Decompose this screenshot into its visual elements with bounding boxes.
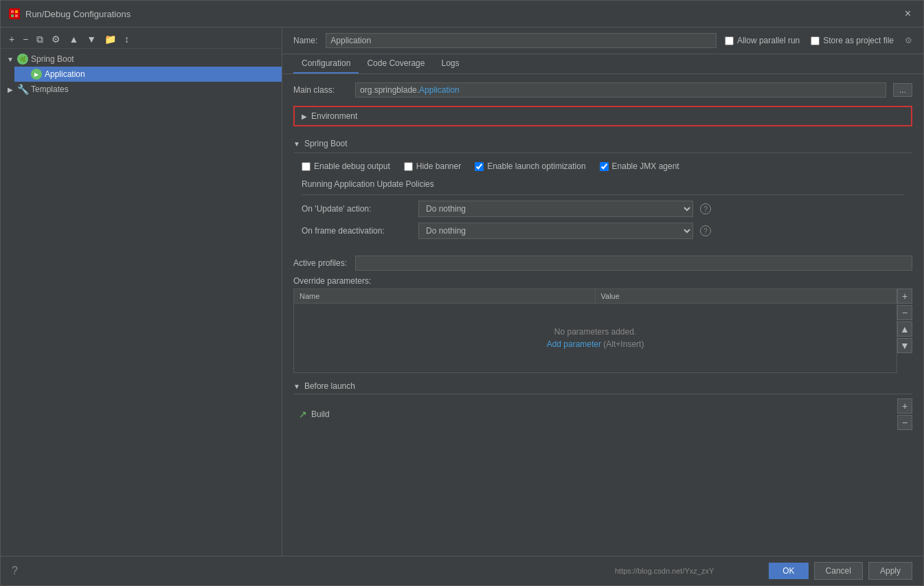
main-class-link[interactable]: Application — [419, 85, 460, 95]
spring-boot-icon: 🌿 — [17, 54, 28, 65]
update-policies-section: Running Application Update Policies On '… — [293, 177, 912, 247]
before-launch-header[interactable]: ▼ Before launch — [293, 381, 912, 394]
before-launch-label: Before launch — [304, 381, 355, 391]
active-profiles-row: Active profiles: — [293, 256, 912, 271]
svg-rect-1 — [15, 10, 18, 13]
build-arrow-icon: ↗ — [299, 409, 307, 420]
on-frame-select[interactable]: Do nothing Update classes and resources … — [418, 223, 693, 239]
enable-launch-opt-label[interactable]: Enable launch optimization — [475, 161, 585, 171]
override-params-label: Override parameters: — [293, 276, 912, 286]
add-config-button[interactable]: + — [6, 33, 17, 45]
dialog-buttons: OK Cancel Apply — [769, 562, 912, 580]
app-icon — [9, 8, 20, 19]
hide-banner-label[interactable]: Hide banner — [404, 161, 461, 171]
up-button[interactable]: ▲ — [66, 33, 81, 45]
right-panel: Name: Allow parallel run Store as projec… — [282, 27, 923, 556]
active-profiles-label: Active profiles: — [293, 258, 348, 268]
on-update-help-icon[interactable]: ? — [700, 203, 711, 214]
spring-boot-section: ▼ Spring Boot Enable debug output Hide b… — [293, 135, 912, 247]
add-param-button[interactable]: + — [897, 289, 912, 304]
table-side-buttons: + − ▲ ▼ — [897, 289, 912, 373]
application-run-icon: ▶ — [31, 69, 42, 80]
override-params-section: Override parameters: Name Value No param… — [293, 276, 912, 373]
browse-button[interactable]: ... — [893, 83, 912, 97]
copy-config-button[interactable]: ⧉ — [34, 33, 46, 45]
help-icon[interactable]: ? — [12, 565, 18, 577]
environment-section: ▶ Environment — [293, 106, 912, 126]
before-launch-section: ▼ Before launch ↗ Build + − — [293, 381, 912, 430]
on-frame-row: On frame deactivation: Do nothing Update… — [302, 223, 904, 239]
value-column-header: Value — [596, 289, 897, 303]
move-down-param-button[interactable]: ▼ — [897, 338, 912, 353]
before-launch-arrow-icon: ▼ — [293, 383, 300, 390]
enable-jmx-label[interactable]: Enable JMX agent — [600, 161, 679, 171]
checkboxes-row: Enable debug output Hide banner Enable l… — [293, 159, 912, 177]
tab-bar: Configuration Code Coverage Logs — [282, 54, 923, 74]
active-profiles-input[interactable] — [355, 256, 912, 271]
build-item: ↗ Build — [293, 398, 897, 430]
add-param-row: Add parameter (Alt+Insert) — [547, 339, 644, 349]
build-row-container: ↗ Build + − — [293, 398, 912, 430]
options-row: Allow parallel run Store as project file… — [725, 36, 912, 45]
window-controls: × — [901, 6, 915, 21]
application-label: Application — [45, 69, 85, 79]
on-update-row: On 'Update' action: Do nothing Update cl… — [302, 201, 904, 217]
cancel-button[interactable]: Cancel — [814, 562, 863, 580]
params-body: No parameters added. Add parameter (Alt+… — [294, 304, 897, 372]
tab-code-coverage[interactable]: Code Coverage — [359, 54, 433, 74]
apply-button[interactable]: Apply — [868, 562, 912, 580]
store-as-project-label[interactable]: Store as project file — [811, 36, 894, 45]
tab-logs[interactable]: Logs — [433, 54, 467, 74]
config-content: Main class: org.springblade.Application … — [282, 74, 923, 556]
spring-boot-section-label: Spring Boot — [304, 139, 348, 148]
enable-debug-checkbox[interactable] — [302, 162, 311, 171]
tree-arrow-templates: ▶ — [6, 85, 14, 93]
name-row: Name: Allow parallel run Store as projec… — [282, 27, 923, 54]
environment-label: Environment — [311, 111, 357, 121]
svg-rect-3 — [15, 14, 18, 17]
svg-rect-2 — [11, 14, 14, 17]
settings-button[interactable]: ⚙ — [49, 33, 63, 45]
remove-build-button[interactable]: − — [897, 415, 912, 430]
tab-configuration[interactable]: Configuration — [293, 54, 359, 74]
add-param-link[interactable]: Add parameter — [547, 339, 601, 349]
params-table: Name Value No parameters added. Add para… — [293, 289, 897, 373]
remove-param-button[interactable]: − — [897, 305, 912, 320]
spring-boot-label: Spring Boot — [31, 54, 74, 64]
spring-boot-section-header[interactable]: ▼ Spring Boot — [293, 135, 912, 153]
on-update-label: On 'Update' action: — [302, 204, 412, 214]
main-class-label: Main class: — [293, 85, 348, 95]
store-as-project-checkbox[interactable] — [811, 36, 820, 45]
move-up-param-button[interactable]: ▲ — [897, 322, 912, 337]
bottom-bar: ? https://blog.csdn.net/Yxz_zxY OK Cance… — [1, 556, 923, 585]
name-column-header: Name — [294, 289, 596, 303]
allow-parallel-checkbox[interactable] — [725, 36, 734, 45]
sort-button[interactable]: ↕ — [122, 33, 132, 45]
build-side-buttons: + − — [897, 398, 912, 430]
templates-icon: 🔧 — [17, 84, 28, 95]
enable-launch-opt-checkbox[interactable] — [475, 162, 484, 171]
sidebar-item-templates[interactable]: ▶ 🔧 Templates — [1, 82, 282, 97]
enable-jmx-checkbox[interactable] — [600, 162, 609, 171]
build-label: Build — [311, 409, 330, 419]
folder-button[interactable]: 📁 — [102, 33, 119, 45]
dialog-title: Run/Debug Configurations — [25, 9, 895, 19]
hide-banner-checkbox[interactable] — [404, 162, 413, 171]
sidebar-item-spring-boot[interactable]: ▼ 🌿 Spring Boot — [1, 52, 282, 67]
down-button[interactable]: ▼ — [84, 33, 99, 45]
sidebar-item-application[interactable]: ▶ Application — [14, 67, 282, 82]
add-build-button[interactable]: + — [897, 398, 912, 414]
environment-arrow-icon: ▶ — [302, 113, 307, 120]
enable-debug-label[interactable]: Enable debug output — [302, 161, 390, 171]
remove-config-button[interactable]: − — [20, 33, 31, 45]
on-frame-help-icon[interactable]: ? — [700, 225, 711, 236]
name-input[interactable] — [326, 33, 717, 48]
ok-button[interactable]: OK — [769, 563, 808, 579]
environment-header[interactable]: ▶ Environment — [295, 107, 911, 125]
on-frame-label: On frame deactivation: — [302, 226, 412, 236]
close-button[interactable]: × — [901, 6, 915, 21]
bottom-right-area: https://blog.csdn.net/Yxz_zxY OK Cancel … — [18, 562, 912, 580]
allow-parallel-label[interactable]: Allow parallel run — [725, 36, 800, 45]
gear-icon[interactable]: ⚙ — [905, 36, 912, 45]
on-update-select[interactable]: Do nothing Update classes and resources … — [418, 201, 693, 217]
